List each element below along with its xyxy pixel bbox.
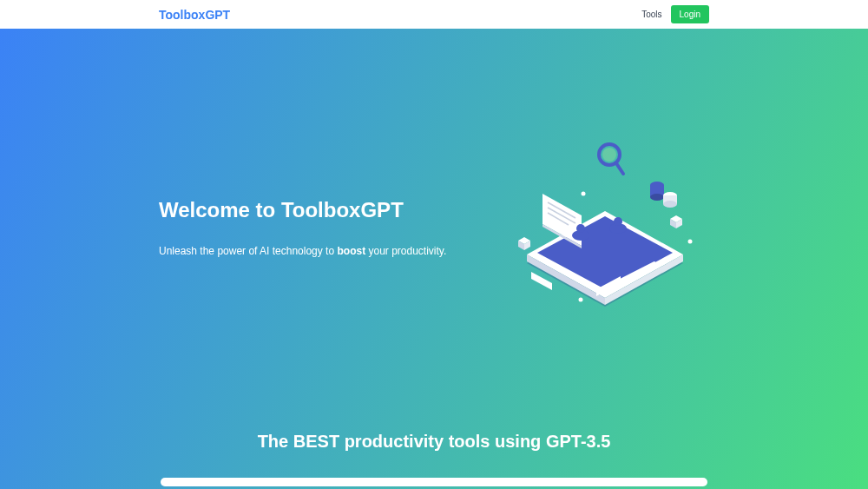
hero-section: Welcome to ToolboxGPT Unleash the power …: [0, 29, 868, 489]
svg-point-19: [688, 240, 693, 244]
brand-logo[interactable]: ToolboxGPT: [159, 8, 230, 22]
hero-subtitle-post: your productivity.: [365, 245, 446, 257]
section-heading: The BEST productivity tools using GPT-3.…: [159, 432, 709, 452]
svg-point-17: [582, 192, 586, 196]
hero-content: Welcome to ToolboxGPT Unleash the power …: [159, 29, 709, 428]
tools-panel: [161, 478, 707, 486]
tools-link[interactable]: Tools: [641, 10, 661, 19]
hero-subtitle: Unleash the power of AI technology to bo…: [159, 243, 446, 259]
nav-right: Tools Login: [641, 5, 709, 23]
svg-point-12: [663, 201, 677, 208]
isometric-phone-illustration: [501, 142, 709, 315]
navbar: ToolboxGPT Tools Login: [0, 0, 868, 29]
login-button[interactable]: Login: [671, 5, 709, 23]
svg-point-9: [650, 194, 664, 201]
svg-point-14: [576, 224, 585, 233]
hero-title: Welcome to ToolboxGPT: [159, 198, 446, 222]
hero-illustration: [501, 142, 709, 315]
hero-subtitle-bold: boost: [337, 245, 365, 257]
hero-text: Welcome to ToolboxGPT Unleash the power …: [159, 198, 446, 259]
svg-line-6: [616, 163, 623, 174]
svg-point-16: [614, 217, 622, 226]
svg-point-5: [602, 148, 616, 162]
hero-subtitle-pre: Unleash the power of AI technology to: [159, 245, 337, 257]
svg-point-18: [579, 298, 583, 302]
